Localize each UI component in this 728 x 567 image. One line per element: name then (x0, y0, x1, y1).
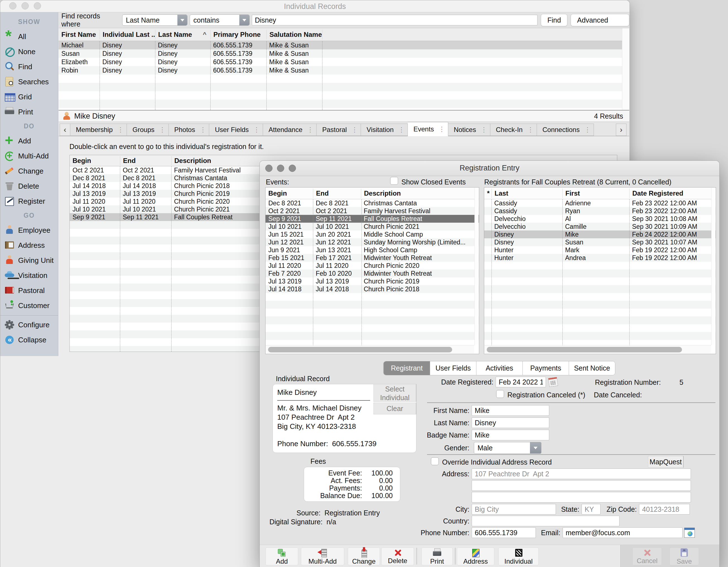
column-header[interactable]: Individual Last ... (100, 30, 155, 39)
table-row[interactable]: Elizabeth Disney Disney 606.555.1739 Mik… (59, 58, 629, 66)
sidebar-item[interactable]: Giving Unit (0, 253, 58, 268)
tab[interactable]: Visitation ⋮ (361, 124, 408, 136)
address-line1-input[interactable] (472, 469, 691, 479)
search-input[interactable] (252, 15, 538, 25)
table-row[interactable]: Jul 13 2019 Jul 13 2019 Church Picnic 20… (266, 277, 479, 285)
registration-canceled-checkbox[interactable] (496, 390, 504, 398)
scrollbar[interactable] (711, 188, 715, 345)
advanced-find-button[interactable]: Advanced Find (571, 14, 629, 26)
find-button[interactable]: Find (541, 14, 567, 26)
tabs-scroll-left-icon[interactable]: ‹ (60, 124, 70, 136)
table-row[interactable]: Sep 9 2021 Sep 11 2021 Fall Couples Retr… (266, 215, 479, 223)
address-button[interactable]: Address (457, 547, 494, 565)
tab[interactable]: Events ⋮ (408, 122, 448, 136)
sidebar-item[interactable]: Employee (0, 223, 58, 238)
column-header[interactable]: Primary Phone (210, 30, 266, 39)
tab[interactable]: Groups ⋮ (127, 124, 169, 136)
table-row[interactable]: Disney Mike Feb 24 2022 12:00 AM (484, 230, 716, 238)
table-row[interactable]: Jun 12 2021 Jun 12 2021 Sunday Morning W… (266, 238, 479, 246)
column-header[interactable]: Begin (266, 189, 313, 198)
tab[interactable]: Sent Notice (569, 361, 615, 375)
address-line3-input[interactable] (472, 492, 691, 503)
tab[interactable]: Registrant (384, 361, 430, 375)
address-line2-input[interactable] (472, 480, 691, 491)
email-icon[interactable] (684, 528, 695, 538)
scrollbar[interactable] (474, 188, 479, 345)
tab[interactable]: Photos ⋮ (169, 124, 209, 136)
add-button[interactable]: Add (266, 547, 298, 565)
show-closed-events-checkbox[interactable] (390, 177, 398, 185)
table-row[interactable]: Robin Disney Disney 606.555.1739 Mike & … (59, 66, 629, 74)
sidebar-item[interactable]: None (0, 44, 58, 59)
zip-input[interactable] (639, 504, 690, 515)
sidebar-item-collapse[interactable]: Collapse (0, 332, 58, 348)
sidebar-item[interactable]: All (0, 29, 58, 44)
date-registered-input[interactable] (496, 377, 546, 387)
table-row[interactable]: Jun 15 2021 Jun 20 2021 Middle School Ca… (266, 230, 479, 238)
sidebar-item[interactable]: Register (0, 194, 58, 209)
tab[interactable]: Connections ⋮ (537, 124, 594, 136)
table-row[interactable]: Hunter Mark Feb 19 2022 12:00 AM (484, 246, 716, 254)
delete-button[interactable]: Delete (381, 547, 414, 565)
table-row[interactable]: Delvecchio Camille Sep 30 2021 10:09 AM (484, 223, 716, 230)
sidebar-item[interactable]: Pastoral (0, 283, 58, 298)
change-button[interactable]: Change (348, 547, 380, 565)
sidebar-item[interactable]: Add (0, 133, 58, 148)
tab[interactable]: Check-In ⋮ (490, 124, 537, 136)
select-individual-button[interactable]: Select Individual (373, 384, 416, 402)
phone-number-input[interactable] (472, 527, 536, 538)
sidebar-item-configure[interactable]: Configure (0, 317, 58, 332)
sidebar-item[interactable]: Visitation (0, 268, 58, 283)
table-row[interactable]: Feb 7 2020 Feb 10 2020 Midwinter Youth R… (266, 269, 479, 277)
table-row[interactable]: Jul 14 2018 Jul 14 2018 Church Picnic 20… (266, 285, 479, 293)
sidebar-item[interactable]: Address (0, 238, 58, 253)
clear-button[interactable]: Clear (373, 403, 416, 414)
horizontal-scrollbar[interactable] (484, 345, 711, 354)
sidebar-item[interactable]: Customer (0, 298, 58, 313)
last-name-input[interactable] (472, 418, 549, 428)
sidebar-item[interactable]: Find (0, 59, 58, 74)
horizontal-scrollbar[interactable] (266, 345, 474, 354)
state-input[interactable] (582, 504, 601, 515)
sidebar-item[interactable]: Searches (0, 74, 58, 89)
table-row[interactable]: Dec 8 2021 Dec 8 2021 Christmas Cantata (266, 199, 479, 207)
scrollbar[interactable] (622, 28, 629, 110)
column-header[interactable]: Begin (70, 156, 120, 165)
tab[interactable]: User Fields ⋮ (209, 124, 263, 136)
column-header[interactable]: End (120, 156, 171, 165)
column-header[interactable]: First (562, 189, 629, 198)
table-row[interactable]: Cassidy Ryan Feb 23 2022 12:00 AM (484, 207, 716, 215)
tab[interactable]: User Fields (430, 361, 476, 375)
table-row[interactable]: Oct 2 2021 Oct 2 2021 Family Harvest Fes… (266, 207, 479, 215)
column-header[interactable]: Date Registered (629, 189, 716, 198)
table-row[interactable]: Disney Susan Sep 30 2021 10:07 AM (484, 238, 716, 246)
column-header[interactable]: * (484, 189, 491, 198)
cancel-button[interactable]: Cancel (632, 547, 662, 565)
save-button[interactable]: Save (669, 547, 699, 565)
sidebar-item[interactable]: Multi-Add (0, 148, 58, 163)
table-row[interactable]: Feb 15 2021 Feb 17 2021 Midwinter Youth … (266, 254, 479, 262)
gender-select[interactable]: Male (474, 442, 541, 454)
print-button[interactable]: Print (421, 547, 453, 565)
calendar-icon[interactable] (548, 377, 558, 387)
tab[interactable]: Activities (476, 361, 522, 375)
tab[interactable]: Attendance ⋮ (263, 124, 317, 136)
individual-button[interactable]: Individual (498, 547, 539, 565)
first-name-input[interactable] (472, 405, 549, 416)
multi-add-button[interactable]: Multi-Add (301, 547, 344, 565)
column-header[interactable]: Last (491, 189, 562, 198)
column-header-sorted[interactable]: Last Name^ (155, 30, 210, 39)
table-row[interactable]: Jul 11 2020 Jul 11 2020 Church Picnic 20… (266, 262, 479, 269)
table-row[interactable]: Cassidy Adrienne Feb 23 2022 12:00 AM (484, 199, 716, 207)
badge-name-input[interactable] (472, 430, 549, 440)
column-header[interactable]: First Name (59, 30, 100, 39)
table-row[interactable]: Jul 10 2021 Jul 10 2021 Church Picnic 20… (266, 223, 479, 230)
tab[interactable]: Pastoral ⋮ (317, 124, 361, 136)
column-header[interactable]: End (313, 189, 361, 198)
email-input[interactable] (563, 527, 683, 538)
sidebar-item[interactable]: Grid (0, 89, 58, 104)
city-input[interactable] (472, 504, 556, 515)
table-row[interactable]: Susan Disney Disney 606.555.1739 Mike & … (59, 49, 629, 58)
table-row[interactable]: Delvecchio Al Sep 30 2021 10:08 AM (484, 215, 716, 223)
sidebar-item[interactable]: Change (0, 163, 58, 178)
